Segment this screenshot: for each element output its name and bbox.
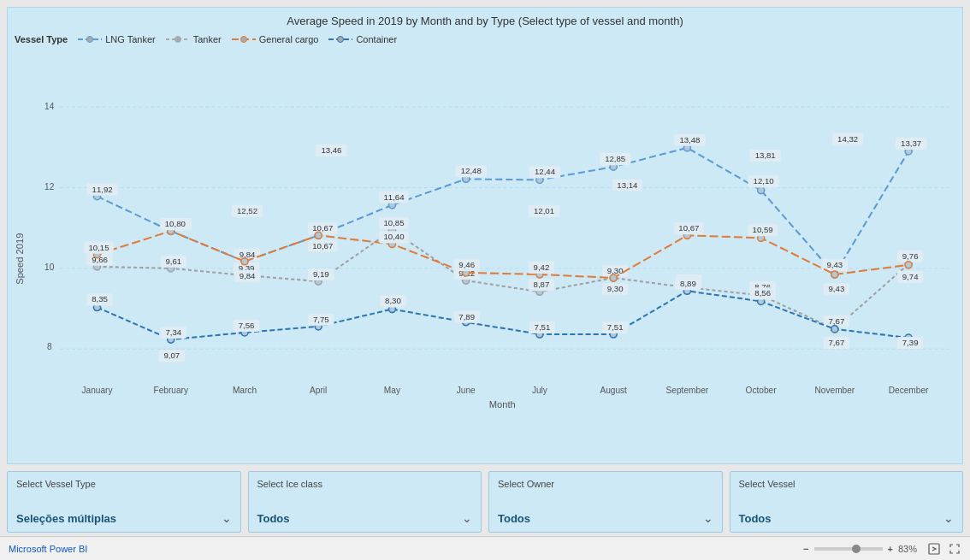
- zoom-minus-button[interactable]: −: [803, 544, 808, 554]
- filter-vessel-type-label: Select Vessel Type: [16, 479, 232, 489]
- svg-text:10,67: 10,67: [312, 241, 333, 251]
- legend-item-container: Container: [328, 34, 397, 44]
- zoom-percent: 83%: [898, 544, 917, 554]
- svg-text:9,61: 9,61: [165, 256, 181, 266]
- filter-owner-label: Select Owner: [498, 479, 713, 489]
- svg-text:13,48: 13,48: [679, 135, 700, 144]
- filter-owner-value-row: Todos ⌄: [498, 511, 713, 525]
- svg-point-148: [831, 326, 838, 333]
- zoom-slider[interactable]: [814, 547, 883, 551]
- general-cargo-legend-line: [232, 36, 256, 43]
- chart-inner: 14 12 10 8 Speed 2019 January February M…: [8, 48, 962, 444]
- svg-text:June: June: [457, 386, 476, 395]
- svg-text:November: November: [815, 386, 855, 395]
- chart-title: Average Speed in 2019 by Month and by Ty…: [8, 8, 962, 31]
- svg-text:10,85: 10,85: [383, 218, 404, 227]
- svg-text:12,52: 12,52: [237, 206, 257, 215]
- svg-point-104: [241, 258, 248, 265]
- svg-text:8: 8: [47, 342, 52, 351]
- svg-point-105: [315, 232, 322, 239]
- filter-owner[interactable]: Select Owner Todos ⌄: [488, 471, 723, 533]
- legend-item-lng: LNG Tanker: [78, 34, 156, 44]
- svg-text:February: February: [153, 386, 188, 395]
- svg-point-7: [338, 37, 344, 43]
- svg-text:9,84: 9,84: [240, 271, 256, 280]
- filter-owner-value: Todos: [498, 512, 530, 525]
- svg-point-112: [831, 271, 838, 278]
- svg-text:October: October: [746, 386, 778, 395]
- svg-text:8,56: 8,56: [754, 288, 771, 298]
- svg-text:7,51: 7,51: [535, 322, 551, 332]
- filter-ice-class-value: Todos: [257, 512, 290, 525]
- svg-point-39: [758, 187, 765, 194]
- svg-text:8,89: 8,89: [680, 279, 696, 288]
- chart-svg: 14 12 10 8 Speed 2019 January February M…: [8, 48, 962, 444]
- zoom-slider-thumb[interactable]: [852, 545, 861, 553]
- filter-vessel-type-value-row: Seleções múltiplas ⌄: [16, 511, 232, 525]
- filters-row: Select Vessel Type Seleções múltiplas ⌄ …: [0, 468, 970, 536]
- filter-vessel[interactable]: Select Vessel Todos ⌄: [730, 471, 964, 533]
- svg-text:12,44: 12,44: [535, 167, 556, 176]
- svg-text:8,30: 8,30: [385, 296, 401, 305]
- svg-text:13,81: 13,81: [755, 150, 776, 160]
- svg-text:7,89: 7,89: [458, 312, 475, 321]
- svg-text:10,15: 10,15: [88, 243, 109, 252]
- powerbi-link[interactable]: Microsoft Power BI: [9, 544, 87, 554]
- svg-text:9,19: 9,19: [313, 269, 329, 279]
- container-legend-line: [328, 36, 352, 43]
- svg-text:March: March: [233, 386, 257, 395]
- legend-item-general: General cargo: [232, 34, 319, 44]
- svg-text:11,64: 11,64: [383, 192, 405, 202]
- svg-text:August: August: [600, 386, 627, 395]
- svg-text:11,92: 11,92: [92, 185, 113, 194]
- svg-text:April: April: [310, 386, 327, 395]
- svg-text:9,07: 9,07: [163, 351, 180, 360]
- chevron-down-icon-2: ⌄: [462, 511, 472, 525]
- svg-text:13,37: 13,37: [901, 139, 921, 148]
- svg-text:9,76: 9,76: [902, 251, 919, 261]
- legend-title: Vessel Type: [15, 34, 68, 44]
- svg-text:9,30: 9,30: [607, 284, 624, 293]
- svg-text:8,87: 8,87: [534, 280, 550, 289]
- legend-label-tanker: Tanker: [193, 34, 222, 44]
- filter-vessel-type[interactable]: Select Vessel Type Seleções múltiplas ⌄: [7, 471, 241, 533]
- svg-text:10,67: 10,67: [312, 223, 333, 233]
- share-icon[interactable]: [927, 542, 941, 556]
- fullscreen-icon[interactable]: [948, 542, 961, 556]
- svg-text:12: 12: [44, 182, 55, 192]
- svg-point-113: [905, 262, 912, 268]
- svg-text:Month: Month: [489, 399, 516, 410]
- filter-vessel-label: Select Vessel: [739, 479, 955, 489]
- svg-text:14,32: 14,32: [837, 134, 858, 144]
- svg-point-5: [240, 37, 246, 43]
- zoom-controls: − + 83%: [803, 542, 961, 556]
- legend-label-general: General cargo: [259, 34, 319, 44]
- svg-text:13,14: 13,14: [617, 180, 638, 190]
- svg-text:7,39: 7,39: [902, 338, 919, 347]
- filter-ice-class[interactable]: Select Ice class Todos ⌄: [248, 471, 482, 533]
- bottom-bar: Microsoft Power BI − + 83%: [0, 536, 970, 560]
- chart-area: Average Speed in 2019 by Month and by Ty…: [7, 7, 963, 464]
- svg-text:September: September: [666, 386, 709, 395]
- svg-text:9,42: 9,42: [534, 262, 550, 272]
- svg-text:Speed 2019: Speed 2019: [15, 233, 25, 285]
- svg-text:January: January: [81, 386, 113, 395]
- zoom-plus-button[interactable]: +: [888, 544, 893, 554]
- svg-text:May: May: [384, 386, 401, 395]
- svg-text:10,67: 10,67: [678, 223, 699, 233]
- lng-tanker-legend-line: [78, 36, 102, 43]
- filter-vessel-value-row: Todos ⌄: [739, 511, 955, 525]
- svg-text:10,80: 10,80: [165, 219, 186, 228]
- svg-text:9,74: 9,74: [902, 272, 919, 281]
- svg-text:8,35: 8,35: [92, 294, 108, 304]
- filter-ice-class-value-row: Todos ⌄: [257, 511, 473, 525]
- bottom-icons: [922, 542, 961, 556]
- svg-text:10,59: 10,59: [753, 225, 773, 234]
- svg-text:12,48: 12,48: [461, 166, 482, 175]
- svg-point-3: [174, 37, 180, 43]
- svg-text:9,43: 9,43: [826, 260, 843, 269]
- svg-text:December: December: [889, 386, 929, 395]
- svg-rect-188: [929, 544, 939, 554]
- svg-point-1: [87, 37, 93, 43]
- chevron-down-icon-3: ⌄: [703, 511, 713, 525]
